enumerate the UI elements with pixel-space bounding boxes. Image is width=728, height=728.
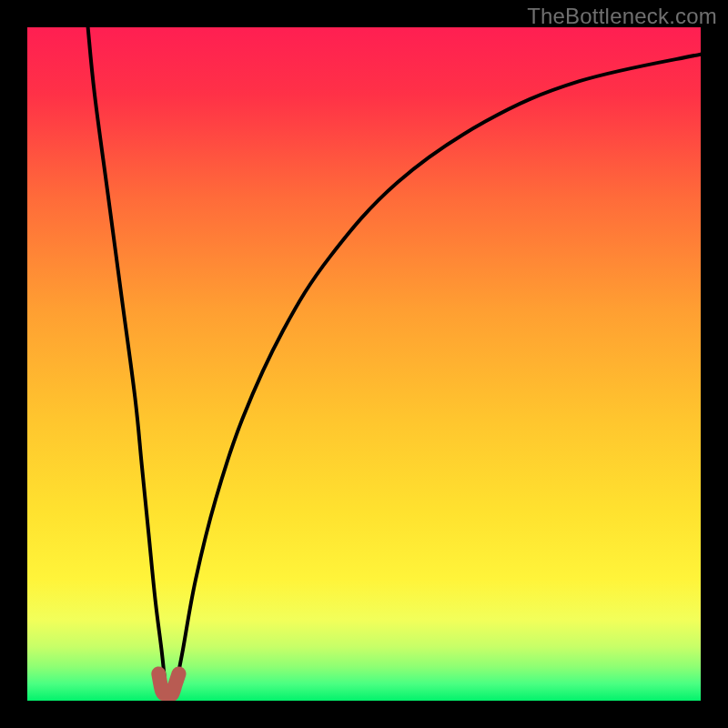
watermark-text: TheBottleneck.com bbox=[527, 4, 717, 29]
curve-right-branch bbox=[176, 55, 701, 688]
plot-area bbox=[27, 27, 701, 701]
optimal-marker bbox=[158, 673, 178, 694]
curve-left-branch bbox=[88, 27, 166, 687]
curves-layer bbox=[27, 27, 701, 701]
chart-frame: TheBottleneck.com bbox=[0, 0, 728, 728]
